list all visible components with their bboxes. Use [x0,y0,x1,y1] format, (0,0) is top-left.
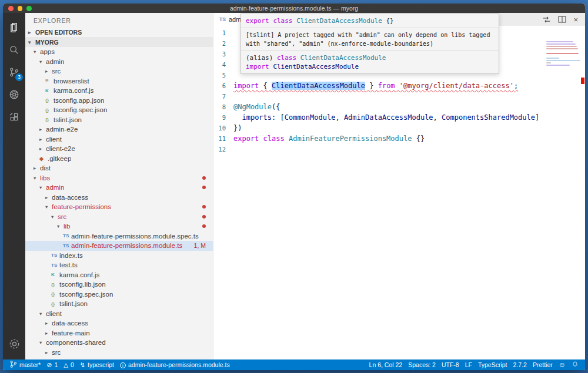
tree-folder-data-access[interactable]: ▸data-access [25,193,213,203]
minimize-window-button[interactable] [18,6,23,11]
tree-folder-src[interactable]: ▸src [25,66,213,76]
tree-folder-components-shared[interactable]: ▾components-shared [25,338,213,348]
zoom-window-button[interactable] [26,6,32,11]
code-token: ] [535,113,539,122]
sidebar-title: EXPLORER [25,13,213,27]
tree-item-label: tsconfig.lib.json [59,281,106,288]
code-token: ComponentsSharedModule [442,113,535,122]
search-icon[interactable] [3,39,25,61]
tree-folder-client[interactable]: ▸client [25,135,213,145]
status-formatter[interactable]: Prettier [530,359,556,370]
minimap-line [546,43,576,45]
code-token: export [246,17,269,25]
tree-file-tsconfig.lib.json[interactable]: {}tsconfig.lib.json [25,280,213,290]
minimap[interactable] [546,41,579,69]
open-changes-icon[interactable] [542,16,551,23]
tree-file-admin-feature-permissions.module.spec.ts[interactable]: TSadmin-feature-permissions.module.spec.… [25,231,213,241]
code-line-9[interactable]: 9 imports: [CommonModule, AdminDataAcces… [213,112,585,123]
tree-file-tslint.json[interactable]: {}tslint.json [25,115,213,125]
tree-file-karma.conf.js[interactable]: Kkarma.conf.js [25,270,213,280]
tree-folder-src[interactable]: ▾src [25,212,213,222]
code-line-10[interactable]: 10}) [213,123,585,133]
status-ts-version[interactable]: 2.7.2 [510,359,530,370]
typescript-file-icon: TS [51,253,59,258]
code-token [285,135,289,143]
vscode-window: admin-feature-permissions.module.ts — my… [3,4,585,370]
tree-file-tsconfig.app.json[interactable]: {}tsconfig.app.json [25,96,213,106]
source-control-icon[interactable]: 3 [3,61,25,83]
git-status-badge: 1, M [194,242,206,249]
status-feedback[interactable]: ☺ [556,359,569,370]
status-errors[interactable]: ⊘1 [44,359,61,370]
json-file-icon: {} [51,282,59,287]
close-editor-icon[interactable]: × [573,16,578,23]
status-label: Prettier [533,361,553,368]
editor-actions: × [542,13,585,26]
tree-item-label: .gitkeep [48,155,71,162]
modified-dot-badge [202,205,206,209]
code-line-8[interactable]: 8@NgModule({ [213,102,585,112]
status-warnings[interactable]: △0 [61,359,77,370]
tree-folder-lib[interactable]: ▾lib [25,221,213,231]
status-encoding[interactable]: UTF-8 [439,359,462,370]
line-number: 10 [213,123,233,133]
open-editors-section[interactable]: ▸ OPEN EDITORS [25,27,213,37]
tree-file-.gitkeep[interactable]: ◆.gitkeep [25,154,213,164]
chevron-right-icon: ▸ [45,194,52,200]
status-active-file-info[interactable]: iadmin-feature-permissions.module.ts [117,359,233,370]
settings-gear-icon[interactable] [3,332,25,355]
line-number: 4 [213,59,233,70]
status-git-branch[interactable]: master* [6,359,44,370]
status-bar: master*⊘1△0↯typescriptiadmin-feature-per… [3,359,585,370]
chevron-down-icon: ▾ [39,311,46,317]
code-token: (alias) [246,54,277,62]
bell-icon [572,361,579,369]
code-token: @NgModule [233,103,272,111]
tree-folder-apps[interactable]: ▾apps [25,47,213,57]
code-line-7[interactable]: 7 [213,91,585,102]
tree-file-tsconfig.spec.json[interactable]: {}tsconfig.spec.json [25,105,213,115]
chevron-down-icon: ▾ [57,223,64,229]
tree-folder-admin[interactable]: ▾admin [25,57,213,67]
tree-file-tsconfig.spec.json[interactable]: {}tsconfig.spec.json [25,290,213,300]
tree-file-admin-feature-permissions.module.ts[interactable]: TSadmin-feature-permissions.module.ts1, … [25,241,213,251]
status-label: 1 [54,361,58,368]
tree-folder-libs[interactable]: ▾libs [25,173,213,183]
status-indentation[interactable]: Spaces: 2 [405,359,439,370]
tree-folder-dist[interactable]: ▸dist [25,163,213,173]
tree-folder-admin-e2e[interactable]: ▸admin-e2e [25,125,213,135]
tree-file-tslint.json[interactable]: {}tslint.json [25,299,213,309]
close-window-button[interactable] [8,6,14,11]
tree-folder-client-e2e[interactable]: ▸client-e2e [25,144,213,154]
tree-folder-data-access[interactable]: ▸data-access [25,318,213,328]
status-eol[interactable]: LF [462,359,475,370]
status-cursor-position[interactable]: Ln 6, Col 22 [366,359,406,370]
tree-folder-admin[interactable]: ▾admin [25,183,213,193]
tree-folder-client[interactable]: ▾client [25,309,213,319]
split-editor-icon[interactable] [558,16,566,23]
extensions-icon[interactable] [3,106,25,128]
tree-file-index.ts[interactable]: TSindex.ts [25,251,213,261]
title-bar[interactable]: admin-feature-permissions.module.ts — my… [3,4,585,13]
code-line-11[interactable]: 11export class AdminFeaturePermissionsMo… [213,133,585,144]
status-label: master* [19,361,41,368]
plugin-icon[interactable] [3,83,25,106]
tree-file-test.ts[interactable]: TStest.ts [25,260,213,270]
code-area[interactable]: 1234 ';56import { ClientDataAccessModule… [213,26,585,359]
line-content: }) [233,123,242,133]
code-line-6[interactable]: 6import { ClientDataAccessModule } from … [213,80,585,91]
status-notifications[interactable] [569,359,582,370]
status-tslint-status[interactable]: ↯typescript [77,359,117,370]
info-icon: i [120,361,126,368]
editor-group: TS admin-feature-permissions.module.ts × [213,13,585,359]
status-language-mode[interactable]: TypeScript [475,359,510,370]
minimap-line [546,48,578,49]
explorer-icon[interactable] [3,16,25,39]
project-section-myorg[interactable]: ▾ MYORG [25,37,213,47]
tree-file-karma.conf.js[interactable]: Kkarma.conf.js [25,86,213,96]
tree-folder-src[interactable]: ▸src [25,348,213,358]
tree-folder-feature-permissions[interactable]: ▾feature-permissions [25,202,213,212]
tree-folder-feature-main[interactable]: ▸feature-main [25,328,213,338]
tree-file-browserslist[interactable]: ≡browserslist [25,76,213,86]
code-line-12[interactable]: 12 [213,144,585,154]
